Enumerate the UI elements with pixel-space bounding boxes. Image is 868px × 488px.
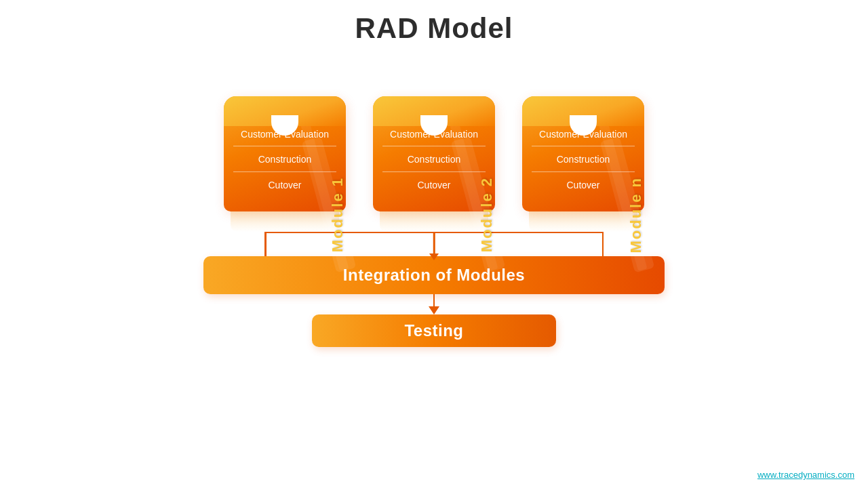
connector-arrow-down <box>429 253 439 260</box>
module-label-text-3: Module n <box>627 177 645 253</box>
card-body-2: Module 2 Requirement Analysis. Customer … <box>373 96 495 211</box>
card-item-1-4: Cutover <box>233 172 336 197</box>
card-reflection-1 <box>231 211 339 232</box>
module-card-1: Module 1 Requirement Analysis. Customer … <box>224 57 346 232</box>
card-reflection-2 <box>380 211 488 232</box>
integration-box: Integration of Modules <box>203 256 665 294</box>
card-item-2-4: Cutover <box>382 172 486 197</box>
page-title: RAD Model <box>0 0 868 45</box>
modules-row: Module 1 Requirement Analysis. Customer … <box>0 57 868 232</box>
connector-arrows <box>203 232 665 256</box>
card-reflection-3 <box>529 211 637 232</box>
card-item-3-4: Cutover <box>532 172 635 197</box>
card-item-3-3: Construction <box>532 146 635 171</box>
footer-link[interactable]: www.tracedynamics.com <box>757 470 854 480</box>
card-item-1-3: Construction <box>233 146 336 171</box>
connector-mid-v <box>433 232 435 256</box>
connector-right-v <box>602 232 604 256</box>
connector-left-v <box>264 232 267 256</box>
module-label-1: Module 1 <box>326 96 350 333</box>
card-body-1: Module 1 Requirement Analysis. Customer … <box>224 96 346 211</box>
card-body-3: Module n Requirement Analysis. Customer … <box>522 96 644 211</box>
module-label-text-1: Module 1 <box>329 177 347 252</box>
v-line-to-testing <box>433 294 435 306</box>
module-label-3: Module n <box>624 96 648 333</box>
arrow-head-testing <box>429 306 439 314</box>
card-item-2-3: Construction <box>382 146 486 171</box>
module-card-2: Module 2 Requirement Analysis. Customer … <box>373 57 495 232</box>
module-label-2: Module 2 <box>475 96 499 333</box>
integration-section: Integration of Modules Testing <box>0 232 868 347</box>
testing-label: Testing <box>404 321 463 340</box>
arrow-to-testing <box>429 294 439 314</box>
module-card-3: Module n Requirement Analysis. Customer … <box>522 57 644 232</box>
module-label-text-2: Module 2 <box>478 177 496 252</box>
page-container: RAD Model Module 1 Requirement Analysis.… <box>0 0 868 488</box>
